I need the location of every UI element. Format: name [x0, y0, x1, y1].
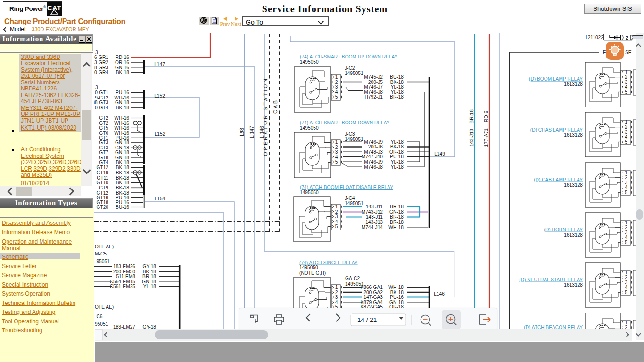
svg-text:0-GR4: 0-GR4: [94, 70, 108, 75]
svg-text:BK-18: BK-18: [390, 80, 404, 85]
svg-text:BR-18: BR-18: [469, 109, 474, 123]
svg-text:GN-18: GN-18: [142, 279, 156, 284]
svg-text:14 / 21: 14 / 21: [357, 316, 377, 323]
svg-text:GT5: GT5: [99, 125, 108, 131]
svg-text:RD-6: RD-6: [483, 111, 489, 123]
svg-text:GT12: GT12: [97, 190, 109, 196]
svg-text:1613128: 1613128: [564, 132, 583, 138]
svg-text:L154: L154: [155, 196, 165, 201]
svg-text:M746-J9: M746-J9: [364, 140, 383, 145]
svg-text:BR-18: BR-18: [390, 94, 404, 99]
svg-text:1495051: 1495051: [345, 201, 363, 206]
svg-text:(D) NEUTRAL START RELAY: (D) NEUTRAL START RELAY: [519, 277, 583, 282]
svg-text:1613128: 1613128: [564, 82, 583, 87]
svg-text:L152: L152: [154, 93, 165, 99]
svg-text:GT4: GT4: [99, 160, 108, 165]
svg-text:BK-18: BK-18: [116, 175, 130, 181]
svg-text:143-J11: 143-J11: [366, 214, 383, 220]
svg-text:200-J5: 200-J5: [368, 80, 383, 85]
svg-text:J-C4: J-C4: [345, 196, 355, 201]
svg-text:C561-EM25: C561-EM25: [110, 284, 136, 289]
svg-text:200-GA2: 200-GA2: [363, 290, 383, 295]
svg-text:BK-18: BK-18: [116, 70, 130, 75]
svg-text:(74) ATCH-SINGLE RELAY: (74) ATCH-SINGLE RELAY: [299, 260, 358, 265]
svg-text:GY-18: GY-18: [142, 264, 156, 269]
svg-text:6-GR1: 6-GR1: [94, 55, 108, 60]
svg-text:M747-J10: M747-J10: [362, 154, 383, 159]
svg-text:1495051: 1495051: [345, 137, 363, 142]
svg-text:95051: 95051: [95, 321, 108, 327]
svg-text:1495050: 1495050: [300, 190, 319, 195]
svg-text:147-GA3: 147-GA3: [363, 295, 383, 300]
svg-text:(74) ATCH-SMART BOOM DOWN RELA: (74) ATCH-SMART BOOM DOWN RELAY: [300, 120, 390, 125]
svg-text:BR-18: BR-18: [390, 204, 404, 209]
svg-text:1495050: 1495050: [300, 59, 319, 65]
svg-text:93-GR2: 93-GR2: [91, 60, 108, 65]
svg-text:511-EM8: 511-EM8: [116, 274, 135, 279]
svg-text:BK-18: BK-18: [116, 170, 130, 175]
svg-text:M748-J3: M748-J3: [364, 149, 383, 155]
svg-text:L152: L152: [155, 132, 165, 137]
svg-text:BK-18: BK-18: [390, 144, 404, 149]
svg-text:BK-18: BK-18: [143, 269, 157, 274]
svg-text:M-C5: M-C5: [95, 251, 107, 256]
svg-text:GT19: GT19: [97, 170, 109, 175]
svg-text:PU-16: PU-16: [116, 135, 129, 140]
svg-text:C564-EM15: C564-EM15: [110, 279, 136, 284]
svg-text:PU-18: PU-18: [390, 154, 404, 159]
svg-text:M743-J12: M743-J12: [362, 209, 383, 214]
svg-text:H792-J1: H792-J1: [364, 94, 383, 99]
svg-text:200-EM30: 200-EM30: [113, 269, 135, 274]
svg-text:YL-18: YL-18: [391, 84, 404, 90]
svg-text:177-A71: 177-A71: [483, 128, 489, 147]
svg-text:(D) BOOM LAMP RELAY: (D) BOOM LAMP RELAY: [529, 76, 583, 82]
svg-text:GN-18: GN-18: [389, 209, 404, 214]
svg-text:J-C3: J-C3: [345, 132, 355, 137]
svg-text:WH-16: WH-16: [114, 125, 129, 131]
svg-text:GN-16: GN-16: [115, 65, 129, 70]
svg-text:(D) CAB LAMP RELAY: (D) CAB LAMP RELAY: [534, 177, 583, 182]
svg-text:1613128: 1613128: [564, 282, 583, 288]
svg-text:BK-18: BK-18: [390, 290, 404, 295]
svg-text:GA-C2: GA-C2: [345, 276, 360, 281]
svg-text:M746-J8: M746-J8: [364, 165, 383, 170]
svg-text:2: 2: [626, 35, 628, 41]
svg-text:3: 3: [95, 50, 98, 55]
svg-text:200-J6: 200-J6: [368, 144, 383, 149]
svg-text:BR-18: BR-18: [142, 274, 156, 279]
svg-text:-GT7: -GT7: [98, 150, 109, 155]
svg-text:CAB: CAB: [272, 100, 278, 114]
svg-text:143-J13: 143-J13: [365, 220, 383, 225]
svg-text:-95051: -95051: [95, 259, 110, 264]
svg-text:GN-18: GN-18: [115, 140, 129, 145]
svg-text:BK-18: BK-18: [116, 165, 130, 170]
svg-text:143-J13: 143-J13: [469, 129, 474, 147]
svg-text:(NOTE G,H): (NOTE G,H): [299, 271, 326, 276]
svg-text:GT11: GT11: [97, 175, 108, 181]
svg-text:GT12: GT12: [97, 165, 109, 170]
svg-text:L147: L147: [154, 62, 165, 67]
svg-text:WH-16: WH-16: [114, 95, 129, 100]
svg-text:WH-16: WH-16: [114, 131, 129, 136]
svg-text:BK-18: BK-18: [116, 185, 130, 190]
svg-text:WH-18: WH-18: [388, 225, 404, 230]
svg-text:WH-18: WH-18: [388, 285, 404, 290]
svg-text:GT1: GT1: [99, 135, 108, 140]
svg-text:-GT8: -GT8: [98, 155, 109, 160]
svg-text:GT2: GT2: [99, 121, 108, 126]
svg-text:K866-GA1: K866-GA1: [360, 285, 383, 290]
svg-text:(74) ATCH-SMART BOOM UP DOWN R: (74) ATCH-SMART BOOM UP DOWN RELAY: [300, 54, 398, 59]
svg-text:YL-18: YL-18: [391, 159, 404, 165]
svg-text:K879-GA4: K879-GA4: [360, 300, 383, 305]
svg-text:L98: L98: [239, 128, 245, 136]
svg-text:GT9: GT9: [99, 185, 108, 190]
svg-text:GT6: GT6: [99, 131, 108, 136]
svg-text:M746-J7: M746-J7: [364, 84, 383, 90]
svg-text:YL-18: YL-18: [143, 284, 157, 289]
svg-text:OR-16: OR-16: [115, 60, 129, 65]
svg-text:1613128: 1613128: [564, 182, 583, 188]
svg-text:M746-J9: M746-J9: [364, 159, 383, 165]
svg-text:BK-18: BK-18: [116, 160, 130, 165]
svg-text:GT2: GT2: [99, 115, 108, 121]
svg-text:GN-18: GN-18: [115, 155, 129, 160]
